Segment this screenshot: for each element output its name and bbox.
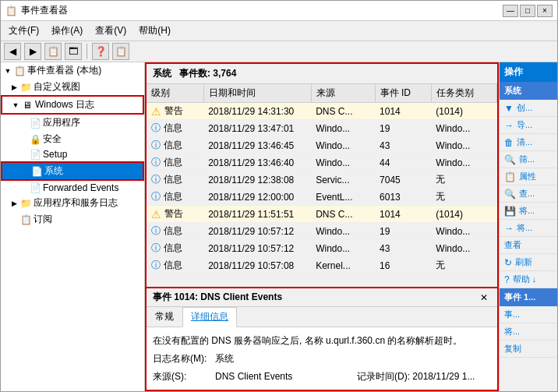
action-help[interactable]: ? 帮助 ↓	[500, 271, 557, 288]
table-row[interactable]: ⓘ 信息 2018/11/29 13:47:01 Windo... 19 Win…	[147, 120, 497, 137]
action-search[interactable]: 🔍 查...	[500, 185, 557, 203]
menu-help[interactable]: 帮助(H)	[134, 23, 175, 39]
action-export[interactable]: → 将...	[500, 220, 557, 237]
tree-item-app[interactable]: 📄 应用程序	[1, 115, 144, 131]
toolbar-sep	[87, 44, 87, 59]
menu-view[interactable]: 查看(V)	[90, 23, 131, 39]
table-row[interactable]: ⓘ 信息 2018/11/29 10:57:12 Windo... 43 Win…	[147, 240, 497, 257]
title-bar: 📋 事件查看器 — □ ×	[1, 1, 557, 21]
action-event3[interactable]: 复制	[500, 341, 557, 358]
actions-title: 操作	[500, 62, 557, 82]
help-icon: ?	[504, 274, 510, 285]
event-section-title: 事件 1...	[500, 288, 557, 306]
cell-datetime: 2018/11/29 12:00:00	[203, 189, 311, 206]
window-title: 事件查看器	[21, 4, 68, 17]
maximize-button[interactable]: □	[520, 5, 535, 17]
table-row[interactable]: ⚠ 警告 2018/11/29 14:31:30 DNS C... 1014 (…	[147, 103, 497, 120]
main-window: 📋 事件查看器 — □ × 文件(F) 操作(A) 查看(V) 帮助(H) ◀ …	[0, 0, 558, 392]
detail-content: 在没有配置的 DNS 服务器响应之后, 名称 u.qurl.f.360.cn 的…	[147, 327, 497, 390]
menu-bar: 文件(F) 操作(A) 查看(V) 帮助(H)	[1, 21, 557, 41]
table-row[interactable]: ⓘ 信息 2018/11/29 10:57:12 Windo... 19 Win…	[147, 223, 497, 240]
events-table-container: 级别 日期和时间 来源 事件 ID 任务类别 ⚠ 警告 2018/11/29 1…	[147, 84, 497, 287]
toolbar-btn-4[interactable]: 🗔	[65, 43, 82, 60]
field-label-source: 来源(S):	[153, 369, 215, 384]
events-header: 系统 事件数: 3,764	[147, 64, 497, 84]
tree-item-forwarded[interactable]: 📄 Forwarded Events	[1, 181, 144, 195]
action-event1[interactable]: 事...	[500, 306, 557, 323]
table-row[interactable]: ⓘ 信息 2018/11/29 13:46:40 Windo... 44 Win…	[147, 154, 497, 171]
col-source[interactable]: 来源	[311, 84, 375, 103]
toolbar-btn-6[interactable]: 📋	[112, 43, 129, 60]
expand-setup	[19, 150, 27, 158]
table-row[interactable]: ⓘ 信息 2018/11/29 12:38:08 Servic... 7045 …	[147, 171, 497, 189]
tree-item-subscribe[interactable]: 📋 订阅	[1, 211, 144, 228]
toolbar: ◀ ▶ 📋 🗔 ❓ 📋	[1, 41, 557, 62]
expand-appservice: ▶	[10, 200, 18, 207]
minimize-button[interactable]: —	[503, 5, 518, 17]
table-row[interactable]: ⓘ 信息 2018/11/29 12:00:00 EventL... 6013 …	[147, 189, 497, 206]
action-label-event1: 事...	[504, 309, 520, 320]
cell-datetime: 2018/11/29 12:38:08	[203, 171, 311, 189]
cell-eventid: 43	[375, 240, 431, 257]
tree-item-setup[interactable]: 📄 Setup	[1, 147, 144, 161]
cell-source: Windo...	[311, 120, 375, 137]
back-button[interactable]: ◀	[4, 43, 21, 60]
action-clear[interactable]: 🗑 清...	[500, 134, 557, 151]
table-row[interactable]: ⓘ 信息 2018/11/29 13:46:45 Windo... 43 Win…	[147, 137, 497, 154]
icon-custom: 📁	[20, 82, 31, 93]
cell-datetime: 2018/11/29 10:57:12	[203, 223, 311, 240]
label-security: 安全	[43, 132, 62, 146]
cell-source: Windo...	[311, 223, 375, 240]
tree-item-security[interactable]: 🔒 安全	[1, 131, 144, 147]
tab-detail[interactable]: 详细信息	[182, 307, 237, 327]
cell-eventid: 19	[375, 223, 431, 240]
action-filter[interactable]: 🔍 筛...	[500, 151, 557, 168]
cell-eventid: 19	[375, 120, 431, 137]
detail-titlebar: 事件 1014: DNS Client Events ✕	[147, 288, 497, 307]
cell-eventid: 16	[375, 257, 431, 274]
cell-task: Windo...	[431, 120, 496, 137]
action-event2[interactable]: 将...	[500, 323, 557, 341]
col-task[interactable]: 任务类别	[431, 84, 496, 103]
close-button[interactable]: ×	[537, 5, 553, 17]
detail-close-button[interactable]: ✕	[477, 292, 491, 303]
tree-item-system[interactable]: 📄 系统	[1, 161, 144, 181]
cell-level: ⚠ 警告	[147, 103, 203, 120]
action-label-create: 创...	[517, 102, 532, 114]
icon-security: 🔒	[30, 134, 41, 145]
label-custom: 自定义视图	[34, 80, 80, 94]
forward-button[interactable]: ▶	[24, 43, 41, 60]
action-save1[interactable]: 💾 将...	[500, 203, 557, 220]
cell-datetime: 2018/11/29 13:46:40	[203, 154, 311, 171]
tree-item-custom[interactable]: ▶ 📁 自定义视图	[1, 79, 144, 95]
detail-panel: 事件 1014: DNS Client Events ✕ 常规 详细信息 在没有…	[145, 288, 499, 391]
cell-task: 无	[431, 189, 496, 206]
table-row[interactable]: ⚠ 警告 2018/11/29 11:51:51 DNS C... 1014 (…	[147, 206, 497, 223]
col-eventid[interactable]: 事件 ID	[375, 84, 431, 103]
action-import[interactable]: → 导...	[500, 117, 557, 134]
menu-file[interactable]: 文件(F)	[4, 23, 44, 39]
cell-datetime: 2018/11/29 14:31:30	[203, 103, 311, 120]
events-title: 系统	[153, 67, 171, 80]
tab-general[interactable]: 常规	[147, 307, 182, 327]
action-view[interactable]: 查看	[500, 237, 557, 254]
action-refresh[interactable]: ↻ 刷新	[500, 254, 557, 271]
tree-item-appservice[interactable]: ▶ 📁 应用程序和服务日志	[1, 195, 144, 211]
expand-subscribe	[10, 216, 18, 224]
table-row[interactable]: ⓘ 信息 2018/11/29 10:57:08 Kernel... 16 无	[147, 257, 497, 274]
main-layout: ▼ 📋 事件查看器 (本地) ▶ 📁 自定义视图 ▼ 🖥 Windows 日志 …	[1, 62, 557, 391]
toolbar-btn-3[interactable]: 📋	[44, 43, 62, 60]
menu-action[interactable]: 操作(A)	[47, 23, 87, 39]
cell-eventid: 43	[375, 137, 431, 154]
icon-winlog: 🖥	[22, 100, 33, 111]
tree-item-windows-log[interactable]: ▼ 🖥 Windows 日志	[1, 95, 144, 115]
tree-item-root[interactable]: ▼ 📋 事件查看器 (本地)	[1, 62, 144, 79]
action-label-event3: 复制	[504, 343, 521, 355]
expand-forwarded	[19, 184, 27, 192]
col-level[interactable]: 级别	[147, 84, 203, 103]
help-button[interactable]: ❓	[92, 43, 109, 60]
action-properties[interactable]: 📋 属性	[500, 168, 557, 185]
action-create[interactable]: ▼ 创...	[500, 100, 557, 117]
col-datetime[interactable]: 日期和时间	[203, 84, 311, 103]
expand-winlog: ▼	[12, 101, 19, 109]
